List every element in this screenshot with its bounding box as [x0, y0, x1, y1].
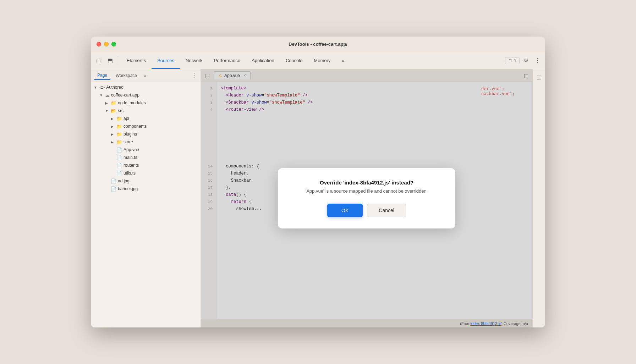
api-arrow: ▶ — [111, 117, 115, 121]
plugins-folder[interactable]: ▶ 📁 plugins — [91, 130, 201, 138]
router-ts-file[interactable]: ▶ 📄 router.ts — [91, 161, 201, 169]
authored-arrow: ▼ — [94, 86, 98, 89]
utils-ts-label: utils.ts — [124, 171, 136, 176]
src-folder-icon: 📂 — [111, 108, 116, 114]
folder-icon: 📁 — [111, 100, 116, 106]
main-ts-file[interactable]: ▶ 📄 main.ts — [91, 154, 201, 161]
components-label: components — [124, 124, 147, 129]
ad-jpg-file[interactable]: ▶ 📄 ad.jpg — [91, 177, 201, 185]
store-label: store — [124, 139, 133, 144]
api-label: api — [124, 116, 129, 121]
main-ts-label: main.ts — [124, 155, 137, 160]
app-vue-label: App.vue — [124, 147, 139, 152]
src-folder[interactable]: ▼ 📂 src — [91, 107, 201, 115]
toolbar-right: 🗒 1 ⚙ ⋮ — [505, 56, 542, 66]
router-ts-label: router.ts — [124, 163, 139, 168]
sidebar-tab-workspace[interactable]: Workspace — [112, 72, 141, 79]
right-sidebar: ⬚ — [532, 69, 545, 327]
node-modules-arrow: ▶ — [105, 101, 109, 105]
editor-area: ⬚ ⚠ App.vue × ⬚ 1 2 3 4 14 15 16 — [201, 69, 532, 327]
components-arrow: ▶ — [111, 125, 115, 128]
tab-application[interactable]: Application — [246, 52, 280, 69]
banner-jpg-icon: 📄 — [111, 186, 116, 192]
store-folder-icon: 📁 — [116, 139, 122, 145]
tab-performance[interactable]: Performance — [208, 52, 246, 69]
tab-more[interactable]: » — [336, 52, 350, 69]
close-button[interactable] — [97, 42, 101, 46]
sidebar-tab-more[interactable]: » — [142, 72, 149, 79]
authored-icon: <> — [99, 85, 105, 90]
tab-memory[interactable]: Memory — [308, 52, 336, 69]
app-vue-icon: 📄 — [116, 147, 122, 153]
root-label: coffee-cart.app — [111, 93, 139, 98]
plugins-arrow: ▶ — [111, 132, 115, 136]
api-folder-icon: 📁 — [116, 116, 122, 121]
modal-overlay: Override 'index-8bfa4912.js' instead? 'A… — [201, 69, 532, 327]
tab-network[interactable]: Network — [180, 52, 208, 69]
app-vue-file[interactable]: ▶ 📄 App.vue — [91, 146, 201, 154]
main-toolbar: ⬚ ⬒ Elements Sources Network Performance… — [91, 52, 545, 69]
root-arrow: ▼ — [99, 93, 104, 97]
nav-tabs: Elements Sources Network Performance App… — [121, 52, 504, 69]
modal-buttons: OK Cancel — [292, 204, 441, 217]
main-content: Page Workspace » ⋮ ▼ <> Authored ▼ — [91, 69, 545, 327]
settings-icon[interactable]: ⚙ — [521, 56, 531, 66]
sidebar-tabs: Page Workspace » ⋮ — [91, 69, 201, 82]
sidebar-tab-page[interactable]: Page — [94, 71, 111, 80]
authored-label: Authored — [106, 85, 124, 90]
tab-sources[interactable]: Sources — [152, 52, 180, 69]
modal-body: 'App.vue' is a source mapped file and ca… — [292, 188, 441, 194]
node-modules-folder[interactable]: ▶ 📁 node_modules — [91, 99, 201, 107]
tab-elements[interactable]: Elements — [121, 52, 152, 69]
store-folder[interactable]: ▶ 📁 store — [91, 138, 201, 146]
devtools-window: DevTools - coffee-cart.app/ ⬚ ⬒ Elements… — [91, 37, 545, 327]
cancel-button[interactable]: Cancel — [367, 204, 406, 217]
ad-jpg-icon: 📄 — [111, 178, 116, 184]
sidebar-content: ▼ <> Authored ▼ ☁ coffee-cart.app ▶ 📁 — [91, 82, 201, 194]
plugins-folder-icon: 📁 — [116, 132, 122, 137]
store-arrow: ▶ — [111, 140, 115, 144]
modal-title: Override 'index-8bfa4912.js' instead? — [292, 180, 441, 186]
banner-jpg-file[interactable]: ▶ 📄 banner.jpg — [91, 185, 201, 193]
sidebar-options-icon[interactable]: ⋮ — [192, 72, 198, 79]
more-icon[interactable]: ⋮ — [532, 56, 542, 66]
minimize-button[interactable] — [104, 42, 109, 46]
banner-jpg-label: banner.jpg — [118, 186, 138, 191]
root-folder[interactable]: ▼ ☁ coffee-cart.app — [91, 91, 201, 99]
device-icon[interactable]: ⬒ — [105, 56, 115, 66]
ad-jpg-label: ad.jpg — [118, 178, 130, 183]
authored-section[interactable]: ▼ <> Authored — [91, 83, 201, 91]
title-bar: DevTools - coffee-cart.app/ — [91, 37, 545, 52]
components-folder[interactable]: ▶ 📁 components — [91, 122, 201, 130]
api-folder[interactable]: ▶ 📁 api — [91, 115, 201, 122]
cloud-icon: ☁ — [105, 93, 110, 98]
sidebar-wrapper: ▼ <> Authored ▼ ☁ coffee-cart.app ▶ 📁 — [91, 82, 201, 327]
src-label: src — [118, 108, 124, 113]
inspect-icon[interactable]: ⬚ — [94, 56, 104, 66]
plugins-label: plugins — [124, 132, 137, 137]
window-title: DevTools - coffee-cart.app/ — [289, 42, 347, 47]
main-ts-icon: 📄 — [116, 155, 122, 160]
right-sidebar-toggle-icon[interactable]: ⬚ — [534, 72, 544, 82]
modal-dialog: Override 'index-8bfa4912.js' instead? 'A… — [278, 168, 455, 228]
utils-ts-icon: 📄 — [116, 171, 122, 176]
console-badge[interactable]: 🗒 1 — [505, 57, 520, 64]
src-arrow: ▼ — [105, 109, 109, 113]
traffic-lights — [97, 42, 116, 46]
maximize-button[interactable] — [111, 42, 116, 46]
console-icon: 🗒 — [508, 58, 512, 63]
tab-console[interactable]: Console — [280, 52, 308, 69]
console-count: 1 — [514, 58, 516, 63]
file-sidebar: Page Workspace » ⋮ ▼ <> Authored ▼ — [91, 69, 201, 327]
router-ts-icon: 📄 — [116, 163, 122, 168]
utils-ts-file[interactable]: ▶ 📄 utils.ts — [91, 169, 201, 177]
toolbar-divider — [118, 56, 118, 65]
node-modules-label: node_modules — [118, 100, 146, 105]
ok-button[interactable]: OK — [327, 204, 363, 217]
components-folder-icon: 📁 — [116, 124, 122, 129]
